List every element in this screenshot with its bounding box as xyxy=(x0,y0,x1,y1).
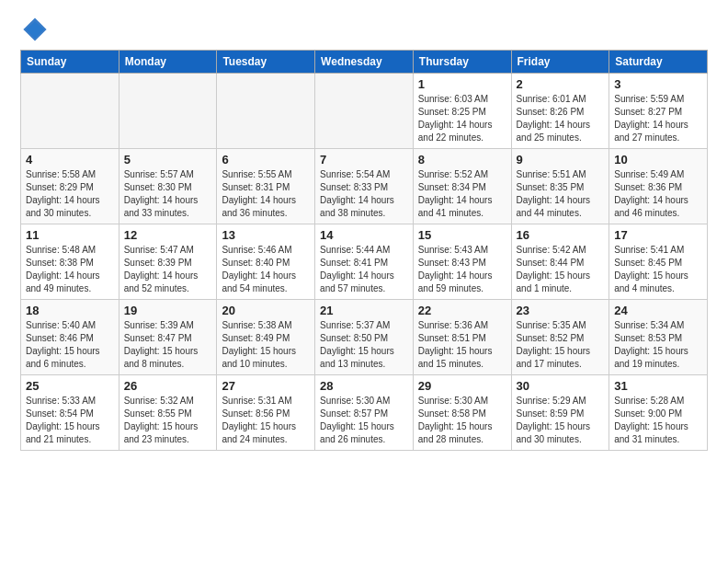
calendar-week-row: 11Sunrise: 5:48 AM Sunset: 8:38 PM Dayli… xyxy=(21,224,708,300)
calendar-wrapper: SundayMondayTuesdayWednesdayThursdayFrid… xyxy=(0,50,728,462)
day-number: 27 xyxy=(222,379,310,393)
day-info: Sunrise: 5:54 AM Sunset: 8:33 PM Dayligh… xyxy=(320,168,408,220)
day-info: Sunrise: 5:32 AM Sunset: 8:55 PM Dayligh… xyxy=(124,395,212,446)
logo xyxy=(22,17,51,42)
day-number: 8 xyxy=(418,153,506,167)
day-info: Sunrise: 5:30 AM Sunset: 8:58 PM Dayligh… xyxy=(418,395,506,446)
day-of-week-header: Thursday xyxy=(413,51,511,74)
day-info: Sunrise: 5:48 AM Sunset: 8:38 PM Dayligh… xyxy=(26,244,114,295)
day-number: 5 xyxy=(124,153,212,167)
calendar-week-row: 25Sunrise: 5:33 AM Sunset: 8:54 PM Dayli… xyxy=(21,375,708,451)
calendar-cell: 5Sunrise: 5:57 AM Sunset: 8:30 PM Daylig… xyxy=(119,149,217,224)
day-info: Sunrise: 6:03 AM Sunset: 8:25 PM Dayligh… xyxy=(418,93,506,144)
day-number: 31 xyxy=(614,379,702,393)
calendar-cell: 13Sunrise: 5:46 AM Sunset: 8:40 PM Dayli… xyxy=(217,224,315,300)
day-number: 18 xyxy=(26,304,114,317)
day-info: Sunrise: 5:49 AM Sunset: 8:36 PM Dayligh… xyxy=(614,168,702,220)
day-of-week-header: Monday xyxy=(119,51,217,74)
day-info: Sunrise: 5:39 AM Sunset: 8:47 PM Dayligh… xyxy=(124,319,212,371)
calendar-cell: 26Sunrise: 5:32 AM Sunset: 8:55 PM Dayli… xyxy=(119,375,217,451)
day-info: Sunrise: 5:36 AM Sunset: 8:51 PM Dayligh… xyxy=(418,319,506,371)
calendar-cell: 16Sunrise: 5:42 AM Sunset: 8:44 PM Dayli… xyxy=(511,224,609,300)
day-of-week-header: Wednesday xyxy=(315,51,414,74)
logo-icon xyxy=(22,17,48,42)
calendar-cell xyxy=(119,74,217,149)
day-number: 6 xyxy=(222,153,310,167)
calendar-cell: 30Sunrise: 5:29 AM Sunset: 8:59 PM Dayli… xyxy=(511,375,609,451)
day-number: 7 xyxy=(320,153,408,167)
day-info: Sunrise: 5:43 AM Sunset: 8:43 PM Dayligh… xyxy=(418,244,506,295)
calendar-cell: 7Sunrise: 5:54 AM Sunset: 8:33 PM Daylig… xyxy=(315,149,414,224)
day-info: Sunrise: 5:37 AM Sunset: 8:50 PM Dayligh… xyxy=(320,319,408,371)
calendar-cell: 12Sunrise: 5:47 AM Sunset: 8:39 PM Dayli… xyxy=(119,224,217,300)
calendar-header-row: SundayMondayTuesdayWednesdayThursdayFrid… xyxy=(21,51,708,74)
calendar-cell xyxy=(315,74,414,149)
calendar-week-row: 4Sunrise: 5:58 AM Sunset: 8:29 PM Daylig… xyxy=(21,149,708,224)
day-info: Sunrise: 5:59 AM Sunset: 8:27 PM Dayligh… xyxy=(614,93,702,144)
day-info: Sunrise: 5:29 AM Sunset: 8:59 PM Dayligh… xyxy=(517,395,605,446)
calendar-cell: 8Sunrise: 5:52 AM Sunset: 8:34 PM Daylig… xyxy=(413,149,511,224)
day-info: Sunrise: 5:42 AM Sunset: 8:44 PM Dayligh… xyxy=(517,244,605,295)
calendar-cell: 10Sunrise: 5:49 AM Sunset: 8:36 PM Dayli… xyxy=(609,149,708,224)
day-number: 26 xyxy=(124,379,212,393)
day-info: Sunrise: 5:58 AM Sunset: 8:29 PM Dayligh… xyxy=(26,168,114,220)
calendar-cell: 23Sunrise: 5:35 AM Sunset: 8:52 PM Dayli… xyxy=(511,300,609,375)
day-number: 29 xyxy=(418,379,506,393)
calendar-cell: 31Sunrise: 5:28 AM Sunset: 9:00 PM Dayli… xyxy=(609,375,708,451)
day-info: Sunrise: 5:55 AM Sunset: 8:31 PM Dayligh… xyxy=(222,168,310,220)
day-info: Sunrise: 5:35 AM Sunset: 8:52 PM Dayligh… xyxy=(517,319,605,371)
calendar-cell: 14Sunrise: 5:44 AM Sunset: 8:41 PM Dayli… xyxy=(315,224,414,300)
day-of-week-header: Friday xyxy=(511,51,609,74)
calendar-cell: 9Sunrise: 5:51 AM Sunset: 8:35 PM Daylig… xyxy=(511,149,609,224)
day-info: Sunrise: 5:34 AM Sunset: 8:53 PM Dayligh… xyxy=(614,319,702,371)
day-number: 17 xyxy=(614,228,702,242)
calendar-week-row: 18Sunrise: 5:40 AM Sunset: 8:46 PM Dayli… xyxy=(21,300,708,375)
day-number: 15 xyxy=(418,228,506,242)
day-number: 23 xyxy=(517,304,605,317)
day-number: 28 xyxy=(320,379,408,393)
calendar-cell: 19Sunrise: 5:39 AM Sunset: 8:47 PM Dayli… xyxy=(119,300,217,375)
day-number: 14 xyxy=(320,228,408,242)
day-info: Sunrise: 5:33 AM Sunset: 8:54 PM Dayligh… xyxy=(26,395,114,446)
day-number: 25 xyxy=(26,379,114,393)
day-number: 1 xyxy=(418,77,506,91)
day-number: 10 xyxy=(614,153,702,167)
day-number: 12 xyxy=(124,228,212,242)
calendar-cell: 22Sunrise: 5:36 AM Sunset: 8:51 PM Dayli… xyxy=(413,300,511,375)
calendar: SundayMondayTuesdayWednesdayThursdayFrid… xyxy=(20,50,708,451)
day-info: Sunrise: 5:30 AM Sunset: 8:57 PM Dayligh… xyxy=(320,395,408,446)
day-info: Sunrise: 5:28 AM Sunset: 9:00 PM Dayligh… xyxy=(614,395,702,446)
calendar-cell: 2Sunrise: 6:01 AM Sunset: 8:26 PM Daylig… xyxy=(511,74,609,149)
day-of-week-header: Sunday xyxy=(21,51,119,74)
day-info: Sunrise: 5:44 AM Sunset: 8:41 PM Dayligh… xyxy=(320,244,408,295)
calendar-cell: 25Sunrise: 5:33 AM Sunset: 8:54 PM Dayli… xyxy=(21,375,119,451)
calendar-cell: 3Sunrise: 5:59 AM Sunset: 8:27 PM Daylig… xyxy=(609,74,708,149)
day-info: Sunrise: 5:38 AM Sunset: 8:49 PM Dayligh… xyxy=(222,319,310,371)
calendar-cell: 28Sunrise: 5:30 AM Sunset: 8:57 PM Dayli… xyxy=(315,375,414,451)
day-info: Sunrise: 5:41 AM Sunset: 8:45 PM Dayligh… xyxy=(614,244,702,295)
day-number: 22 xyxy=(418,304,506,317)
calendar-cell: 18Sunrise: 5:40 AM Sunset: 8:46 PM Dayli… xyxy=(21,300,119,375)
day-number: 11 xyxy=(26,228,114,242)
day-number: 3 xyxy=(614,77,702,91)
day-info: Sunrise: 5:51 AM Sunset: 8:35 PM Dayligh… xyxy=(517,168,605,220)
calendar-cell xyxy=(217,74,315,149)
calendar-cell: 15Sunrise: 5:43 AM Sunset: 8:43 PM Dayli… xyxy=(413,224,511,300)
day-number: 21 xyxy=(320,304,408,317)
calendar-cell: 27Sunrise: 5:31 AM Sunset: 8:56 PM Dayli… xyxy=(217,375,315,451)
day-number: 9 xyxy=(517,153,605,167)
day-number: 30 xyxy=(517,379,605,393)
calendar-cell: 11Sunrise: 5:48 AM Sunset: 8:38 PM Dayli… xyxy=(21,224,119,300)
calendar-week-row: 1Sunrise: 6:03 AM Sunset: 8:25 PM Daylig… xyxy=(21,74,708,149)
day-number: 19 xyxy=(124,304,212,317)
day-info: Sunrise: 5:52 AM Sunset: 8:34 PM Dayligh… xyxy=(418,168,506,220)
day-number: 20 xyxy=(222,304,310,317)
day-info: Sunrise: 6:01 AM Sunset: 8:26 PM Dayligh… xyxy=(517,93,605,144)
day-number: 4 xyxy=(26,153,114,167)
header xyxy=(0,0,728,50)
day-info: Sunrise: 5:47 AM Sunset: 8:39 PM Dayligh… xyxy=(124,244,212,295)
calendar-cell xyxy=(21,74,119,149)
day-info: Sunrise: 5:31 AM Sunset: 8:56 PM Dayligh… xyxy=(222,395,310,446)
calendar-cell: 29Sunrise: 5:30 AM Sunset: 8:58 PM Dayli… xyxy=(413,375,511,451)
day-info: Sunrise: 5:57 AM Sunset: 8:30 PM Dayligh… xyxy=(124,168,212,220)
